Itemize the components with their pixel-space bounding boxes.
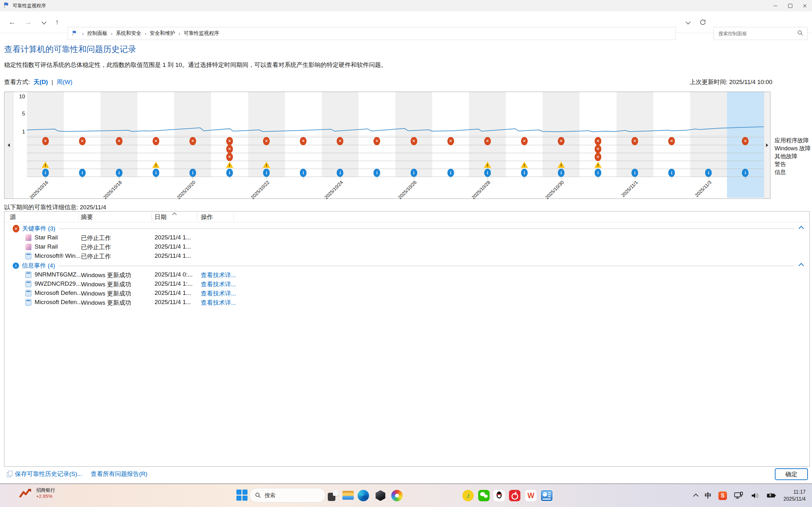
breadcrumb-item[interactable]: 系统和安全 xyxy=(116,30,141,37)
column-action[interactable]: 操作 xyxy=(201,213,213,221)
information-icon[interactable]: i xyxy=(190,169,196,177)
event-row[interactable]: 9NRMNT6GMZ...Windows 更新成功2025/11/4 0:...… xyxy=(4,271,809,280)
save-history-link[interactable]: 保存可靠性历史记录(S)... xyxy=(15,470,82,478)
app-failure-icon[interactable]: ✕ xyxy=(79,137,86,145)
information-icon[interactable]: i xyxy=(263,169,270,177)
chart-scroll-left[interactable] xyxy=(4,92,13,199)
app-failure-icon[interactable]: ✕ xyxy=(631,137,638,145)
breadcrumb-item[interactable]: 安全和维护 xyxy=(150,30,175,37)
event-group-label[interactable]: 信息事件 (4) xyxy=(22,262,55,270)
control-panel-icon[interactable] xyxy=(540,489,553,502)
edge-icon[interactable] xyxy=(357,489,370,502)
widgets-button[interactable]: 招商银行 +2.85% xyxy=(18,487,55,499)
information-icon[interactable]: i xyxy=(668,169,675,177)
information-icon[interactable]: i xyxy=(300,169,307,177)
search-input[interactable] xyxy=(718,31,797,37)
maximize-button[interactable] xyxy=(783,0,797,11)
ok-button[interactable]: 确定 xyxy=(775,468,808,480)
chart-scroll-right[interactable] xyxy=(764,92,770,199)
information-icon[interactable]: i xyxy=(595,169,601,177)
chart-plot[interactable]: ✕✕✕✕✕✕✕✕✕✕✕✕✕✕✕✕✕✕✕✕✕✕✕!!!!!!!!iiiiiiiii… xyxy=(27,92,764,198)
taskbar-search[interactable]: 搜索 xyxy=(249,488,325,503)
app-failure-icon[interactable]: ✕ xyxy=(595,137,601,145)
tray-chevron-up-icon[interactable] xyxy=(694,493,698,498)
file-explorer-icon[interactable] xyxy=(342,489,354,502)
rainbow-swirl-app-icon[interactable] xyxy=(391,489,403,502)
app-failure-icon[interactable]: ✕ xyxy=(42,137,49,145)
app-failure-icon[interactable]: ✕ xyxy=(226,137,233,145)
information-icon[interactable]: i xyxy=(337,169,343,177)
network-icon[interactable] xyxy=(734,492,744,500)
refresh-button[interactable] xyxy=(696,11,710,33)
information-icon[interactable]: i xyxy=(373,169,380,177)
view-by-days-link[interactable]: 天(D) xyxy=(34,79,48,85)
start-button[interactable] xyxy=(237,490,248,501)
app-failure-icon[interactable]: ✕ xyxy=(337,137,343,145)
information-icon[interactable]: i xyxy=(742,169,749,177)
information-icon[interactable]: i xyxy=(631,169,638,177)
qq-music-icon[interactable]: ♪ xyxy=(462,489,474,502)
qq-icon[interactable] xyxy=(493,489,505,502)
netease-music-icon[interactable] xyxy=(508,489,521,502)
information-icon[interactable]: i xyxy=(411,169,417,177)
event-row[interactable]: Microsoft Defen...Windows 更新成功2025/11/4 … xyxy=(4,298,809,307)
event-group-header[interactable]: i信息事件 (4) xyxy=(4,261,809,271)
app-failure-icon[interactable]: ✕ xyxy=(411,137,417,145)
dark-hexagon-app-icon[interactable] xyxy=(374,489,387,502)
information-icon[interactable]: i xyxy=(42,169,49,177)
view-technical-details-link[interactable]: 查看技术详... xyxy=(201,289,236,298)
event-row[interactable]: Star Rail已停止工作2025/11/4 1... xyxy=(4,242,809,252)
information-icon[interactable]: i xyxy=(521,169,528,177)
column-source[interactable]: 源 xyxy=(10,213,16,221)
app-failure-icon[interactable]: ✕ xyxy=(558,137,564,145)
windows-failure-icon[interactable]: ✕ xyxy=(226,145,233,153)
close-button[interactable] xyxy=(797,0,812,11)
up-button[interactable]: ↑ xyxy=(51,11,63,33)
app-failure-icon[interactable]: ✕ xyxy=(263,137,270,145)
column-date[interactable]: 日期 xyxy=(155,213,166,221)
wechat-icon[interactable] xyxy=(477,489,490,502)
app-failure-icon[interactable]: ✕ xyxy=(300,137,307,145)
minimize-button[interactable] xyxy=(768,0,783,11)
app-failure-icon[interactable]: ✕ xyxy=(668,137,675,145)
event-group-header[interactable]: ✕关键事件 (3) xyxy=(4,224,809,233)
information-icon[interactable]: i xyxy=(116,169,122,177)
taskbar-clock[interactable]: 11:17 2025/11/4 xyxy=(783,489,806,503)
collapse-chevron-icon[interactable] xyxy=(799,226,804,231)
information-icon[interactable]: i xyxy=(484,169,491,177)
app-failure-icon[interactable]: ✕ xyxy=(484,137,491,145)
event-group-label[interactable]: 关键事件 (3) xyxy=(22,224,55,233)
app-failure-icon[interactable]: ✕ xyxy=(373,137,380,145)
recent-pages-dropdown[interactable] xyxy=(38,11,50,33)
view-all-problem-reports-link[interactable]: 查看所有问题报告(R) xyxy=(91,470,147,478)
app-failure-icon[interactable]: ✕ xyxy=(521,137,528,145)
app-failure-icon[interactable]: ✕ xyxy=(153,137,159,145)
app-failure-icon[interactable]: ✕ xyxy=(447,137,454,145)
app-failure-icon[interactable]: ✕ xyxy=(742,137,749,145)
windows-failure-icon[interactable]: ✕ xyxy=(595,145,601,153)
app-failure-icon[interactable]: ✕ xyxy=(190,137,196,145)
collapse-chevron-icon[interactable] xyxy=(799,263,804,269)
address-dropdown-button[interactable] xyxy=(682,11,694,33)
forward-button[interactable]: → xyxy=(21,11,34,33)
information-icon[interactable]: i xyxy=(153,169,159,177)
back-button[interactable]: ← xyxy=(6,11,18,33)
information-icon[interactable]: i xyxy=(447,169,454,177)
ime-indicator[interactable]: 中 xyxy=(705,491,711,500)
view-by-weeks-link[interactable]: 周(W) xyxy=(56,79,72,85)
address-bar[interactable]: ›控制面板›系统和安全›安全和维护›可靠性监视程序 xyxy=(67,27,676,40)
search-box[interactable] xyxy=(713,27,808,40)
wps-icon[interactable]: W xyxy=(524,489,537,502)
information-icon[interactable]: i xyxy=(558,169,564,177)
other-failure-icon[interactable]: ✕ xyxy=(595,153,601,161)
event-row[interactable]: Microsoft Defen...Windows 更新成功2025/11/4 … xyxy=(4,289,809,298)
sogou-input-icon[interactable]: S xyxy=(718,492,727,500)
breadcrumb-item[interactable]: 控制面板 xyxy=(87,30,108,37)
view-technical-details-link[interactable]: 查看技术详... xyxy=(201,271,236,279)
information-icon[interactable]: i xyxy=(226,169,233,177)
event-row[interactable]: 9WZDNCRD29...Windows 更新成功2025/11/4 1:...… xyxy=(4,280,809,289)
app-failure-icon[interactable]: ✕ xyxy=(116,137,122,145)
other-failure-icon[interactable]: ✕ xyxy=(226,153,233,161)
view-technical-details-link[interactable]: 查看技术详... xyxy=(201,280,236,288)
column-summary[interactable]: 摘要 xyxy=(81,213,93,221)
